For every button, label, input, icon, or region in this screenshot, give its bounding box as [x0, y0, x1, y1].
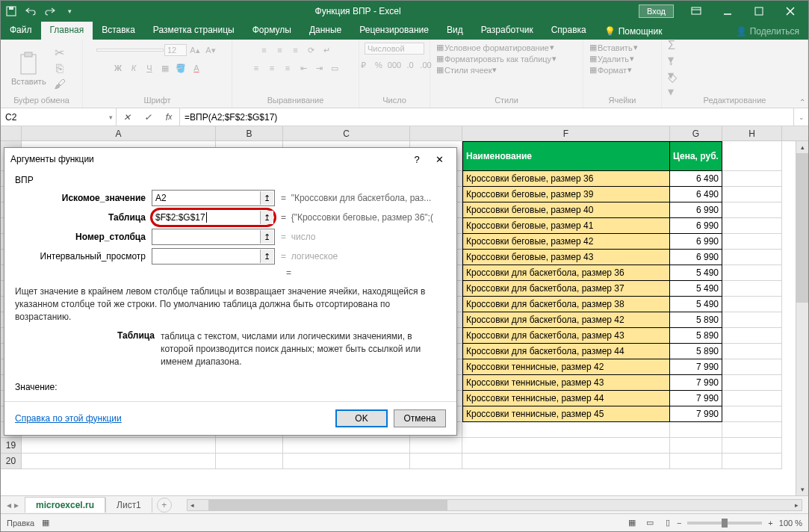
tab-home[interactable]: Главная	[41, 22, 93, 40]
tab-review[interactable]: Рецензирование	[350, 22, 438, 40]
formula-input[interactable]: =ВПР(A2;$F$2:$G$17)	[180, 108, 793, 126]
accept-formula-icon[interactable]: ✓	[137, 112, 158, 123]
hscroll-right-icon[interactable]: ▸	[791, 500, 802, 510]
add-sheet-button[interactable]: +	[157, 498, 172, 513]
copy-icon[interactable]: ⎘	[52, 61, 67, 76]
font-name-combo[interactable]	[96, 49, 164, 52]
cell[interactable]	[722, 406, 782, 422]
cell[interactable]	[462, 454, 670, 469]
cell[interactable]: 5 890	[670, 312, 722, 328]
zoom-in-icon[interactable]: +	[768, 519, 772, 528]
cells-delete-button[interactable]: ▦ Удалить ▾	[589, 54, 634, 64]
normal-view-icon[interactable]: ▦	[624, 516, 640, 530]
macro-record-icon[interactable]: ▦	[42, 518, 49, 528]
share-button[interactable]: 👤Поделиться	[727, 26, 808, 40]
collapse-table-icon[interactable]: ↥	[260, 211, 273, 224]
cell[interactable]: Кроссовки для баскетбола, размер 37	[462, 281, 670, 297]
cell[interactable]: Кроссовки беговые, размер 41	[462, 218, 670, 234]
cell[interactable]: 6 990	[670, 202, 722, 218]
arg-col-input[interactable]: ↥	[152, 229, 275, 245]
italic-icon[interactable]: К	[126, 61, 141, 75]
save-icon[interactable]	[4, 4, 19, 19]
tab-insert[interactable]: Вставка	[93, 22, 144, 40]
expand-formula-bar-icon[interactable]: ⌄	[793, 108, 808, 126]
function-help-link[interactable]: Справка по этой функции	[15, 413, 329, 424]
hscroll-thumb[interactable]	[208, 500, 447, 510]
cell[interactable]: Цена, руб.	[670, 141, 722, 171]
cell[interactable]: Кроссовки беговые, размер 39	[462, 187, 670, 202]
zoom-level[interactable]: 100 %	[779, 519, 802, 528]
arg-table-input[interactable]: $F$2:$G$17↥	[152, 209, 275, 226]
cell[interactable]: 6 990	[670, 218, 722, 234]
tell-me[interactable]: 💡Помощник	[595, 26, 672, 40]
cell[interactable]	[722, 438, 782, 454]
cell[interactable]	[722, 359, 782, 375]
redo-icon[interactable]	[43, 4, 58, 19]
cell[interactable]: 6 490	[670, 171, 722, 187]
close-icon[interactable]	[775, 2, 805, 20]
cell[interactable]: Кроссовки для баскетбола, размер 44	[462, 344, 670, 359]
cell[interactable]: 7 990	[670, 375, 722, 391]
tab-developer[interactable]: Разработчик	[472, 22, 542, 40]
cell[interactable]	[722, 141, 782, 171]
collapse-col-icon[interactable]: ↥	[260, 230, 273, 244]
paste-button[interactable]: Вставить	[7, 50, 51, 87]
cell[interactable]: Кроссовки беговые, размер 40	[462, 202, 670, 218]
cell[interactable]	[722, 250, 782, 265]
cell[interactable]	[722, 234, 782, 250]
dialog-close-icon[interactable]: ✕	[428, 150, 450, 168]
name-box-dropdown-icon[interactable]: ▾	[109, 114, 113, 121]
row-header[interactable]: 20	[1, 454, 22, 469]
cell[interactable]	[722, 312, 782, 328]
cell[interactable]	[22, 454, 216, 469]
align-top-icon[interactable]: ≡	[257, 43, 272, 58]
hscroll-left-icon[interactable]: ◂	[187, 500, 198, 510]
font-color-icon[interactable]: A	[189, 61, 204, 75]
indent-dec-icon[interactable]: ⇤	[296, 61, 311, 75]
cell[interactable]: Кроссовки для баскетбола, размер 36	[462, 265, 670, 281]
align-right-icon[interactable]: ≡	[280, 61, 295, 75]
cell[interactable]: 6 490	[670, 187, 722, 202]
cell[interactable]	[722, 218, 782, 234]
align-left-icon[interactable]: ≡	[249, 61, 264, 75]
scroll-thumb[interactable]	[796, 153, 808, 303]
cell[interactable]	[722, 344, 782, 359]
currency-icon[interactable]: ₽	[356, 58, 371, 72]
select-all-corner[interactable]	[1, 126, 22, 140]
tab-data[interactable]: Данные	[300, 22, 350, 40]
cell[interactable]	[722, 265, 782, 281]
cell[interactable]	[670, 454, 722, 469]
ribbon-display-icon[interactable]	[681, 2, 711, 20]
orientation-icon[interactable]: ⟳	[304, 43, 319, 58]
cell[interactable]: 5 490	[670, 281, 722, 297]
cell[interactable]	[670, 438, 722, 454]
cell[interactable]	[22, 438, 216, 454]
name-box[interactable]: C2▾	[1, 108, 117, 126]
cond-format-button[interactable]: ▦ Условное форматирование ▾	[436, 43, 554, 52]
comma-icon[interactable]: 000	[387, 58, 402, 72]
underline-icon[interactable]: Ч	[142, 61, 157, 75]
col-g[interactable]: G	[670, 126, 722, 140]
cell[interactable]	[283, 454, 410, 469]
cell[interactable]: Кроссовки теннисные, размер 44	[462, 391, 670, 406]
cell[interactable]: Кроссовки для баскетбола, размер 42	[462, 312, 670, 328]
cell[interactable]: 6 990	[670, 250, 722, 265]
col-c[interactable]: C	[283, 126, 410, 140]
format-painter-icon[interactable]: 🖌	[52, 77, 67, 92]
arg-lookup-input[interactable]: A2↥	[152, 190, 275, 206]
align-center-icon[interactable]: ≡	[264, 61, 279, 75]
cell[interactable]: Наименование	[462, 141, 670, 171]
cancel-button[interactable]: Отмена	[394, 409, 446, 427]
collapse-ribbon-icon[interactable]: ⌃	[799, 98, 805, 106]
merge-icon[interactable]: ▭	[327, 61, 342, 75]
border-icon[interactable]: ▦	[158, 61, 173, 75]
undo-icon[interactable]	[23, 4, 38, 19]
indent-inc-icon[interactable]: ⇥	[311, 61, 326, 75]
cell[interactable]	[722, 281, 782, 297]
cell[interactable]	[216, 454, 283, 469]
cell[interactable]: Кроссовки для баскетбола, размер 43	[462, 328, 670, 344]
wrap-icon[interactable]: ↵	[320, 43, 335, 58]
align-middle-icon[interactable]: ≡	[273, 43, 288, 58]
increase-font-icon[interactable]: A▴	[187, 43, 202, 58]
cell[interactable]	[722, 297, 782, 312]
